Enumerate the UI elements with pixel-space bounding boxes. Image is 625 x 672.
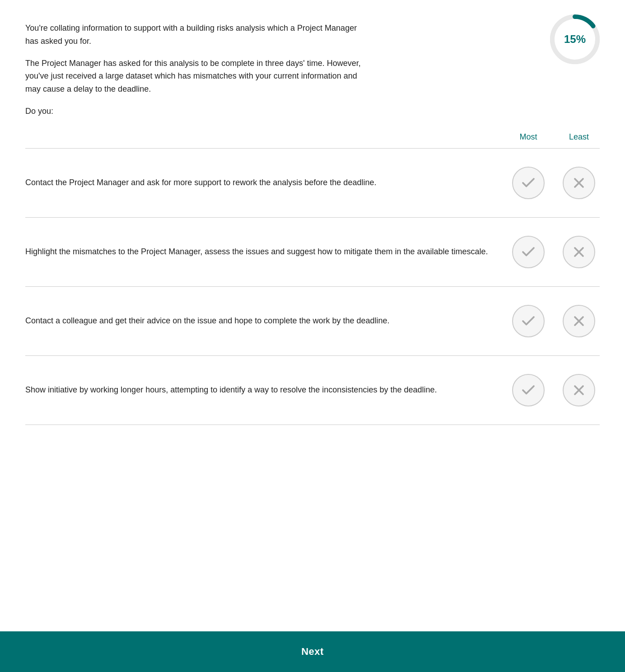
next-button-container: Next: [0, 631, 625, 672]
option-3-buttons: [512, 305, 600, 337]
option-row-3: Contact a colleague and get their advice…: [25, 287, 600, 356]
least-column-label: Least: [563, 132, 595, 142]
progress-circle-inner: 15%: [555, 19, 595, 60]
option-3-least-button[interactable]: [563, 305, 595, 337]
check-icon: [520, 382, 536, 398]
check-icon: [520, 244, 536, 260]
option-3-most-button[interactable]: [512, 305, 545, 337]
option-1-most-button[interactable]: [512, 167, 545, 199]
main-content: 15% You're collating information to supp…: [0, 0, 625, 631]
option-4-most-button[interactable]: [512, 374, 545, 406]
intro-paragraph-3: Do you:: [25, 105, 368, 118]
option-4-buttons: [512, 374, 600, 406]
option-1-least-button[interactable]: [563, 167, 595, 199]
check-icon: [520, 175, 536, 191]
column-header-section: Most Least: [25, 132, 600, 148]
option-4-least-button[interactable]: [563, 374, 595, 406]
x-icon: [571, 244, 587, 260]
intro-text: You're collating information to support …: [25, 22, 368, 118]
option-2-buttons: [512, 236, 600, 268]
column-labels: Most Least: [512, 132, 600, 142]
next-button[interactable]: Next: [301, 646, 324, 658]
most-column-label: Most: [512, 132, 545, 142]
option-row-2: Highlight the mismatches to the Project …: [25, 218, 600, 287]
x-icon: [571, 313, 587, 329]
progress-circle-container: 15%: [550, 14, 600, 64]
x-icon: [571, 175, 587, 191]
option-text-4: Show initiative by working longer hours,…: [25, 383, 503, 397]
option-1-buttons: [512, 167, 600, 199]
option-2-least-button[interactable]: [563, 236, 595, 268]
option-row-4: Show initiative by working longer hours,…: [25, 356, 600, 425]
progress-text: 15%: [564, 33, 586, 46]
option-row-1: Contact the Project Manager and ask for …: [25, 149, 600, 218]
check-icon: [520, 313, 536, 329]
intro-paragraph-2: The Project Manager has asked for this a…: [25, 57, 368, 96]
option-text-3: Contact a colleague and get their advice…: [25, 314, 503, 327]
option-text-1: Contact the Project Manager and ask for …: [25, 176, 503, 189]
x-icon: [571, 382, 587, 398]
option-text-2: Highlight the mismatches to the Project …: [25, 245, 503, 258]
option-2-most-button[interactable]: [512, 236, 545, 268]
progress-circle: 15%: [550, 14, 600, 64]
intro-paragraph-1: You're collating information to support …: [25, 22, 368, 48]
